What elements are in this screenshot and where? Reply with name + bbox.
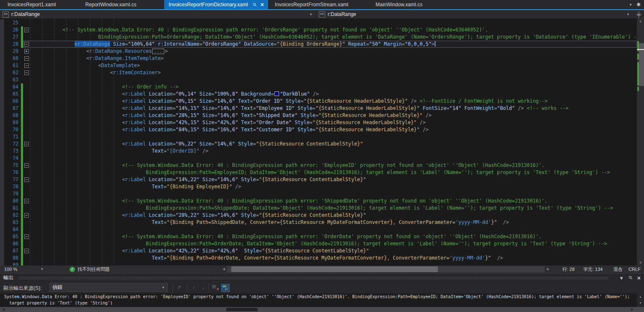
breakpoint-margin[interactable] (0, 112, 4, 119)
breakpoint-margin[interactable] (0, 48, 4, 55)
breakpoint-margin[interactable] (0, 83, 4, 91)
code-text[interactable] (30, 19, 637, 26)
output-vertical-scrollbar[interactable]: ▲ ▼ (637, 294, 644, 307)
code-text[interactable]: <!-- System.Windows.Data Error: 40 : Bin… (30, 198, 637, 205)
collapsed-code-box[interactable]: ... (152, 49, 164, 54)
code-text[interactable]: BindingExpression:Path=EmployeeID; DataI… (30, 169, 637, 176)
breakpoint-margin[interactable] (0, 226, 4, 233)
breakpoint-margin[interactable] (0, 255, 4, 262)
code-text[interactable]: <r:Label Location="14%,22" Size="14%,6" … (30, 176, 637, 183)
breakpoint-margin[interactable] (0, 198, 4, 205)
code-text[interactable]: <r:DataRange Size="100%,64" r:InternalNa… (30, 41, 637, 48)
code-text[interactable]: BindingExpression:Path=OrdersRange; Data… (30, 34, 637, 41)
code-text[interactable] (30, 133, 637, 140)
breakpoint-margin[interactable] (0, 62, 4, 69)
code-text[interactable] (30, 76, 637, 83)
output-log-text[interactable]: System.Windows.Data Error: 40 : BindingE… (0, 294, 637, 307)
code-text[interactable]: Text="{Binding EmployeeID}" /> (30, 183, 637, 190)
breakpoint-margin[interactable] (0, 190, 4, 198)
code-text[interactable]: <r:Label Location="42%,15" Size="42%,6" … (30, 119, 637, 126)
scroll-right-icon[interactable]: ▶ (630, 307, 635, 312)
pin-icon[interactable]: ⚲ (627, 275, 634, 281)
breakpoint-margin[interactable] (0, 162, 4, 169)
breakpoint-margin[interactable] (0, 55, 4, 62)
code-text[interactable]: Text="{Binding Path=OrderDate, Converter… (30, 255, 637, 262)
gear-icon[interactable]: ✱ (636, 2, 641, 8)
nav-element-dropdown-left[interactable]: <> r:DataRange ▼ (0, 10, 316, 18)
code-text[interactable]: <r:Label Location="14%,15" Size="14%,6" … (30, 105, 637, 112)
code-text[interactable] (30, 190, 637, 198)
editor-tab[interactable]: InvoicesReportFromDictionary.xaml⚲× (164, 0, 268, 9)
next-message-icon[interactable]: ↓ (199, 284, 207, 292)
breakpoint-margin[interactable] (0, 19, 4, 26)
collapse-region-icon[interactable]: − (24, 213, 29, 218)
collapse-region-icon[interactable]: − (24, 199, 29, 203)
breakpoint-margin[interactable] (0, 91, 4, 98)
breakpoint-margin[interactable] (0, 34, 4, 41)
code-text[interactable]: <r:DataRange.Resources...> (30, 48, 637, 55)
scrollbar-thumb[interactable] (231, 266, 438, 272)
nav-element-dropdown-right[interactable]: <> r:DataRange ▼ (316, 10, 634, 18)
pin-icon[interactable]: ⚲ (251, 2, 258, 8)
collapse-region-icon[interactable]: − (24, 177, 29, 182)
code-text[interactable]: <r:Label Location="84%,15" Size="16%,6" … (30, 126, 637, 133)
active-files-dropdown-icon[interactable]: ▼ (629, 3, 632, 7)
editor-vertical-scrollbar[interactable]: ▲ ▼ (637, 18, 644, 265)
breakpoint-margin[interactable] (0, 105, 4, 112)
breakpoint-margin[interactable] (0, 219, 4, 226)
collapse-region-icon[interactable]: − (24, 163, 29, 168)
editor-tab[interactable]: InvoicesReport1.xaml (3, 0, 60, 9)
close-icon[interactable]: × (261, 3, 264, 7)
window-position-dropdown-icon[interactable]: ▼ (619, 276, 624, 281)
scroll-right-icon[interactable]: ▶ (546, 266, 551, 272)
breakpoint-margin[interactable] (0, 212, 4, 219)
editor-tab[interactable]: ReportWindow.xaml.cs (81, 0, 140, 9)
collapse-region-icon[interactable]: − (24, 70, 29, 75)
breakpoint-margin[interactable] (0, 126, 4, 133)
editor-tab[interactable]: InvoicesReportFromStream.xaml (271, 0, 352, 9)
code-text[interactable] (30, 262, 637, 265)
breakpoint-margin[interactable] (0, 262, 4, 265)
output-title-bar[interactable]: 輸出 ▼ ⚲ × (0, 273, 644, 282)
scroll-down-icon[interactable]: ▼ (637, 301, 644, 306)
collapse-region-icon[interactable]: − (24, 234, 29, 239)
breakpoint-margin[interactable] (0, 98, 4, 105)
breakpoint-margin[interactable] (0, 76, 4, 83)
breakpoint-margin[interactable] (0, 205, 4, 212)
code-text[interactable]: <!-- System.Windows.Data Error: 40 : Bin… (30, 162, 637, 169)
split-editor-icon[interactable]: ╪ (634, 10, 644, 18)
breakpoint-margin[interactable] (0, 69, 4, 76)
breakpoint-margin[interactable] (0, 183, 4, 190)
breakpoint-margin[interactable] (0, 240, 4, 247)
code-text[interactable]: <r:Label Location="0%,15" Size="14%,6" T… (30, 98, 637, 105)
code-text[interactable]: <!-- System.Windows.Data Error: 40 : Bin… (30, 26, 637, 34)
breakpoint-margin[interactable] (0, 26, 4, 34)
breakpoint-margin[interactable] (0, 148, 4, 155)
code-text[interactable] (30, 226, 637, 233)
scroll-left-icon[interactable]: ◀ (1, 307, 6, 312)
code-text[interactable]: Text="{Binding Path=ShippedDate, Convert… (30, 219, 637, 226)
scroll-left-icon[interactable]: ◀ (221, 266, 226, 272)
collapse-region-icon[interactable]: − (24, 42, 29, 47)
scroll-down-icon[interactable]: ▼ (637, 260, 644, 265)
breakpoint-margin[interactable] (0, 155, 4, 162)
scroll-up-icon[interactable]: ▲ (637, 294, 644, 299)
breakpoint-margin[interactable] (0, 119, 4, 126)
breakpoint-margin[interactable] (0, 133, 4, 140)
scrollbar-thumb[interactable] (226, 308, 258, 311)
collapse-region-icon[interactable]: − (24, 56, 29, 61)
code-editor[interactable]: 2526− <!-- System.Windows.Data Error: 40… (0, 18, 644, 265)
breakpoint-margin[interactable] (0, 233, 4, 240)
code-text[interactable]: <r:DataRange.ItemTemplate> (30, 55, 637, 62)
word-wrap-toggle-icon[interactable]: ab ↵ (221, 284, 230, 292)
previous-message-icon[interactable]: ↑ (189, 284, 198, 292)
code-text[interactable]: <r:ItemContainer> (30, 69, 637, 76)
clear-all-icon[interactable]: × (211, 284, 220, 292)
zoom-dropdown[interactable]: 100 % ▼ (0, 265, 47, 273)
code-text[interactable]: Text="[OrderID]" /> (30, 148, 637, 155)
collapse-region-icon[interactable]: − (24, 28, 29, 32)
breakpoint-margin[interactable] (0, 169, 4, 176)
breakpoint-margin[interactable] (0, 176, 4, 183)
code-text[interactable]: <r:Label Location="28%,22" Size="14%,6" … (30, 212, 637, 219)
goto-source-icon[interactable]: ↱ (175, 284, 184, 292)
